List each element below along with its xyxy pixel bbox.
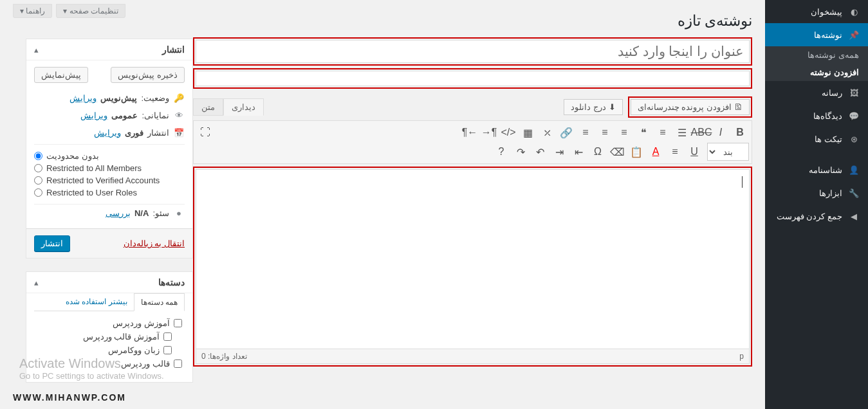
- tab-most-used[interactable]: بیشتر استفاده شده: [59, 293, 134, 311]
- insert-download-button[interactable]: ⬇ درج دانلود: [564, 99, 623, 115]
- menu-label: نوشته‌ها: [814, 30, 842, 40]
- dashboard-icon: ◐: [847, 5, 860, 18]
- rtl-button[interactable]: ←¶: [461, 123, 479, 141]
- trash-link[interactable]: انتقال به زباله‌دان: [124, 239, 185, 248]
- help-icon-button[interactable]: ?: [492, 143, 510, 161]
- more-button[interactable]: ▦: [519, 123, 537, 141]
- submenu-add-new[interactable]: افزودن نوشته: [765, 64, 868, 81]
- blockquote-button[interactable]: ❝: [634, 123, 652, 141]
- publish-metabox: انتشار ▴ ذخیره پیش‌نویس پیش‌نمایش 🔑 وضعی…: [26, 39, 193, 259]
- wrench-icon: 🔧: [847, 186, 860, 199]
- format-select[interactable]: بند: [707, 143, 749, 161]
- bullet-list-button[interactable]: ☰: [673, 123, 691, 141]
- submenu-posts: همه‌ی نوشته‌ها افزودن نوشته: [765, 46, 868, 81]
- preview-button[interactable]: پیش‌نمایش: [34, 67, 88, 83]
- textcolor-button[interactable]: A: [647, 143, 665, 161]
- media-highlight: 🖻 افزودن پرونده چندرسانه‌ای: [628, 96, 752, 118]
- seo-check-link[interactable]: بررسی: [106, 208, 131, 218]
- fullscreen-button[interactable]: ⛶: [196, 123, 214, 141]
- menu-tools[interactable]: 🔧 ابزارها: [765, 181, 868, 204]
- menu-dashboard[interactable]: ◐ پیشخوان: [765, 0, 868, 23]
- menu-posts[interactable]: 📌 نوشته‌ها: [765, 23, 868, 46]
- paste-button[interactable]: 📋: [627, 143, 645, 161]
- ltr-button[interactable]: ¶→: [480, 123, 498, 141]
- bold-button[interactable]: B: [731, 123, 749, 141]
- content-editor[interactable]: [196, 169, 750, 349]
- undo-button[interactable]: ↶: [531, 143, 549, 161]
- restriction-none-radio[interactable]: [34, 152, 42, 160]
- edit-visibility-link[interactable]: ویرایش: [80, 111, 107, 120]
- menu-label: شناسنامه: [809, 165, 842, 175]
- main-content: تنظیمات صفحه ▾ راهنما ▾ نوشته‌ی تازه 🖻 ا…: [0, 0, 765, 409]
- indent-button[interactable]: ⇥: [550, 143, 568, 161]
- camera-icon: 🖻: [734, 102, 743, 112]
- menu-tickets[interactable]: ⊛ تیکت ها: [765, 127, 868, 150]
- tab-visual[interactable]: دیداری: [223, 98, 264, 116]
- screen-options-button[interactable]: تنظیمات صفحه ▾: [56, 4, 125, 18]
- outdent-button[interactable]: ⇤: [569, 143, 587, 161]
- toggle-icon[interactable]: ▴: [34, 45, 39, 55]
- tab-all-categories[interactable]: همه دسته‌ها: [134, 293, 185, 311]
- ticket-icon: ⊛: [847, 132, 860, 145]
- categories-heading: دسته‌ها: [158, 277, 185, 287]
- side-column: انتشار ▴ ذخیره پیش‌نویس پیش‌نمایش 🔑 وضعی…: [13, 32, 193, 402]
- publish-button[interactable]: انتشار: [34, 235, 70, 251]
- editor-mode-tabs: دیداری متن: [193, 98, 264, 116]
- strikethrough-button[interactable]: ABC: [692, 123, 710, 141]
- admin-sidebar: ◐ پیشخوان 📌 نوشته‌ها همه‌ی نوشته‌ها افزو…: [765, 0, 868, 409]
- menu-collapse[interactable]: ◀ جمع کردن فهرست: [765, 204, 868, 228]
- align-center-button[interactable]: ≡: [596, 123, 614, 141]
- justify-button[interactable]: ≡: [666, 143, 684, 161]
- align-right-button[interactable]: ≡: [615, 123, 633, 141]
- menu-label: دیدگاه‌ها: [813, 111, 842, 121]
- underline-button[interactable]: U: [685, 143, 703, 161]
- publish-heading: انتشار: [162, 44, 185, 55]
- title-highlight: [193, 37, 752, 66]
- restriction-all-radio[interactable]: [34, 164, 42, 172]
- menu-label: رسانه: [822, 88, 842, 98]
- word-count: تعداد واژه‌ها: 0: [201, 352, 247, 361]
- unlink-button[interactable]: ⤫: [538, 123, 556, 141]
- help-button[interactable]: راهنما ▾: [13, 4, 52, 18]
- post-title-input[interactable]: [196, 40, 750, 63]
- category-checkbox[interactable]: [163, 346, 172, 354]
- link-button[interactable]: 🔗: [557, 123, 575, 141]
- clear-format-button[interactable]: ⌫: [608, 143, 626, 161]
- category-checkbox[interactable]: [163, 332, 172, 341]
- tab-text[interactable]: متن: [193, 98, 223, 116]
- category-checkbox[interactable]: [174, 359, 182, 368]
- align-left-button[interactable]: ≡: [577, 123, 595, 141]
- menu-label: جمع کردن فهرست: [777, 212, 842, 221]
- user-icon: 👤: [847, 163, 860, 176]
- submenu-all-posts[interactable]: همه‌ی نوشته‌ها: [765, 46, 868, 64]
- toggle-icon[interactable]: ▴: [34, 278, 39, 287]
- menu-comments[interactable]: 💬 دیدگاه‌ها: [765, 104, 868, 127]
- italic-button[interactable]: I: [712, 123, 730, 141]
- redo-button[interactable]: ↷: [512, 143, 530, 161]
- content-highlight: p تعداد واژه‌ها: 0: [193, 167, 752, 367]
- permalink-highlight: [193, 68, 752, 89]
- menu-label: تیکت ها: [815, 134, 842, 144]
- editor-statusbar: p تعداد واژه‌ها: 0: [196, 349, 750, 364]
- calendar-icon: 📅: [173, 128, 185, 138]
- category-checkbox[interactable]: [174, 319, 182, 327]
- add-media-button[interactable]: 🖻 افزودن پرونده چندرسانه‌ای: [631, 99, 750, 115]
- collapse-icon: ◀: [847, 210, 860, 223]
- dot-icon: ●: [173, 208, 185, 218]
- code-button[interactable]: </>: [499, 123, 517, 141]
- tinymce-toolbar: B I ABC ☰ ≡ ❝ ≡ ≡ ≡ 🔗 ⤫ ▦ </> ¶→: [193, 120, 752, 164]
- restriction-verified-radio[interactable]: [34, 176, 42, 185]
- permalink-area[interactable]: [196, 71, 750, 86]
- edit-publish-link[interactable]: ویرایش: [94, 128, 121, 138]
- menu-media[interactable]: 🖾 رسانه: [765, 81, 868, 104]
- numbered-list-button[interactable]: ≡: [654, 123, 672, 141]
- menu-label: ابزارها: [819, 188, 842, 198]
- download-icon: ⬇: [609, 102, 616, 112]
- categories-metabox: دسته‌ها ▴ همه دسته‌ها بیشتر استفاده شده …: [26, 271, 193, 383]
- edit-status-link[interactable]: ویرایش: [69, 93, 97, 103]
- eye-icon: 👁: [173, 111, 185, 120]
- restriction-roles-radio[interactable]: [34, 188, 42, 197]
- special-char-button[interactable]: Ω: [589, 143, 607, 161]
- save-draft-button[interactable]: ذخیره پیش‌نویس: [111, 67, 185, 83]
- menu-profile[interactable]: 👤 شناسنامه: [765, 158, 868, 181]
